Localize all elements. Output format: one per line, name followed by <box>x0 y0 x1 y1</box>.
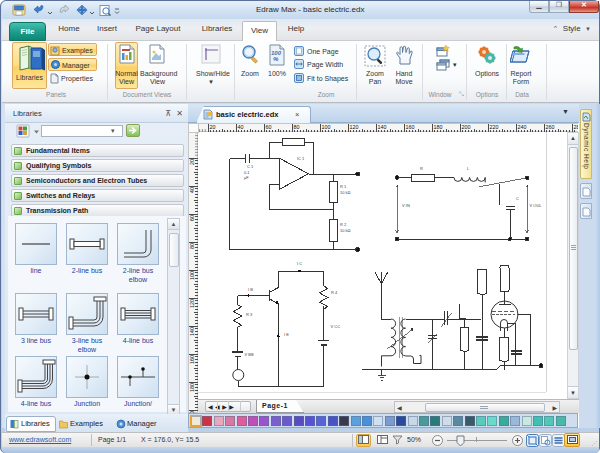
svg-text:240: 240 <box>518 124 527 130</box>
svg-text:120: 120 <box>189 299 195 308</box>
svg-text:80: 80 <box>189 243 195 249</box>
svg-text:R 2: R 2 <box>340 222 347 227</box>
svg-text:10 kΩ: 10 kΩ <box>340 228 351 233</box>
svg-text:V OUL: V OUL <box>530 203 543 208</box>
svg-text:R 1: R 1 <box>340 184 347 189</box>
svg-text:100: 100 <box>189 271 195 280</box>
svg-text:C: C <box>516 196 519 201</box>
svg-text:180: 180 <box>434 124 443 130</box>
svg-text:R 4: R 4 <box>331 290 338 295</box>
svg-text:140: 140 <box>378 124 387 130</box>
svg-text:260: 260 <box>546 124 555 130</box>
svg-text:10 kΩ: 10 kΩ <box>340 190 351 195</box>
svg-text:R 3: R 3 <box>246 312 253 317</box>
svg-text:I E: I E <box>284 332 289 337</box>
svg-text:60: 60 <box>266 124 272 130</box>
svg-text:60: 60 <box>189 215 195 221</box>
svg-text:V IN: V IN <box>402 203 410 208</box>
svg-text:280: 280 <box>574 124 579 130</box>
svg-text:L: L <box>467 166 470 171</box>
svg-text:220: 220 <box>490 124 499 130</box>
svg-text:160: 160 <box>189 355 195 364</box>
svg-text:%: % <box>273 56 279 62</box>
svg-text:140: 140 <box>189 327 195 336</box>
svg-text:V BB: V BB <box>245 352 254 357</box>
svg-text:R: R <box>420 166 423 171</box>
svg-text:I B: I B <box>248 287 253 292</box>
svg-text:I C: I C <box>297 261 302 266</box>
svg-text:40: 40 <box>189 187 195 193</box>
svg-text:160: 160 <box>406 124 415 130</box>
svg-text:200: 200 <box>462 124 471 130</box>
svg-text:C 1: C 1 <box>247 164 254 169</box>
svg-text:80: 80 <box>294 124 300 130</box>
svg-text:0.1: 0.1 <box>244 170 250 175</box>
svg-text:120: 120 <box>350 124 359 130</box>
svg-text:20: 20 <box>189 159 195 165</box>
svg-text:µF: µF <box>244 175 249 180</box>
svg-text:V CC: V CC <box>331 324 341 329</box>
svg-text:IC 1: IC 1 <box>297 156 305 161</box>
svg-text:20: 20 <box>210 124 216 130</box>
svg-text:40: 40 <box>238 124 244 130</box>
svg-text:180: 180 <box>189 383 195 392</box>
svg-text:100: 100 <box>322 124 331 130</box>
